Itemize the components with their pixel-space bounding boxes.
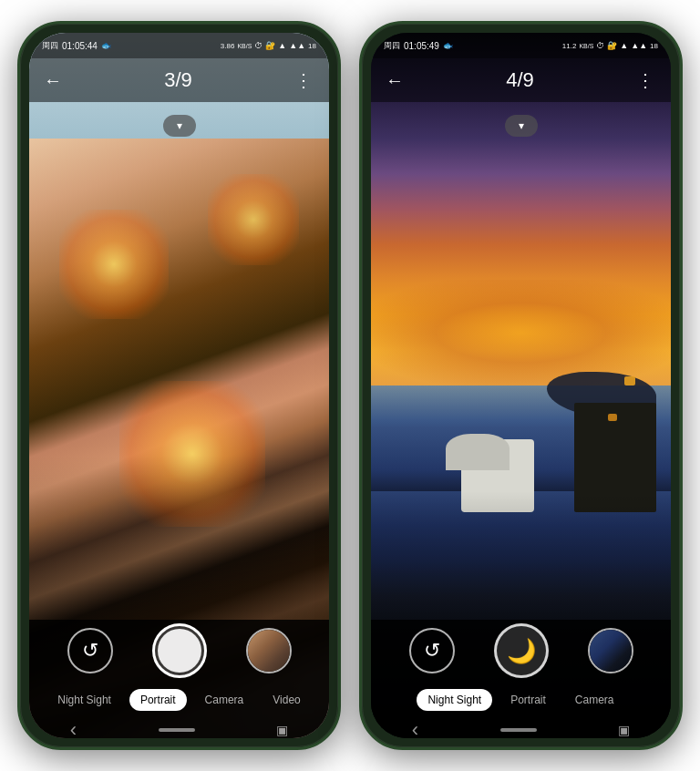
status-bar-2: 周四 01:05:49 🐟 11.2 KB/S ⏱ 🔐 ▲ ▲▲ 18 bbox=[371, 33, 671, 58]
kb-label-1: KB/S bbox=[237, 43, 252, 49]
bottom-controls-2: ↺ 🌙 Night Sight Portrait Camera bbox=[371, 620, 671, 738]
sun-glow bbox=[371, 280, 671, 386]
phone-2-screen: 周四 01:05:49 🐟 11.2 KB/S ⏱ 🔐 ▲ ▲▲ 18 ← 4/… bbox=[371, 33, 671, 738]
nav-recents-1[interactable]: ▣ bbox=[276, 723, 288, 737]
rotate-icon-2: ↺ bbox=[424, 639, 440, 663]
lock-icon-1: 🔐 bbox=[265, 41, 275, 50]
photo-count-1: 3/9 bbox=[164, 68, 192, 92]
dropdown-btn-2[interactable]: ▾ bbox=[505, 115, 538, 137]
more-button-1[interactable]: ⋮ bbox=[294, 69, 314, 91]
top-bar-1: ← 3/9 ⋮ bbox=[29, 58, 329, 102]
thumbnail-button-1[interactable] bbox=[246, 628, 292, 673]
nav-home-2 bbox=[500, 728, 537, 732]
moon-icon: 🌙 bbox=[507, 637, 536, 665]
signal-icon-2: ▲▲ bbox=[631, 41, 647, 50]
mode-night-sight-2[interactable]: Night Sight bbox=[417, 689, 492, 711]
nav-bar-2: ‹ ▣ bbox=[371, 714, 671, 738]
status-time-2: 01:05:49 bbox=[404, 41, 439, 51]
dropdown-arrow-1: ▾ bbox=[177, 119, 182, 132]
camera-controls-1: ↺ bbox=[29, 620, 329, 682]
more-button-2[interactable]: ⋮ bbox=[636, 69, 656, 91]
mode-camera-2[interactable]: Camera bbox=[564, 689, 625, 711]
battery-2: 18 bbox=[650, 42, 658, 50]
window-light-2 bbox=[608, 414, 617, 421]
volume-down-button bbox=[17, 160, 20, 197]
phone-2-body: 周四 01:05:49 🐟 11.2 KB/S ⏱ 🔐 ▲ ▲▲ 18 ← 4/… bbox=[359, 21, 683, 750]
back-button-1[interactable]: ← bbox=[44, 70, 62, 91]
thumbnail-button-2[interactable] bbox=[588, 628, 633, 673]
rotate-camera-button-1[interactable]: ↺ bbox=[67, 628, 113, 673]
dropdown-arrow-2: ▾ bbox=[519, 119, 524, 132]
timer-icon-1: ⏱ bbox=[254, 41, 262, 50]
camera-controls-2: ↺ 🌙 bbox=[371, 620, 671, 682]
mode-row-2: Night Sight Portrait Camera bbox=[371, 682, 671, 714]
nav-back-2[interactable]: ‹ bbox=[412, 718, 418, 738]
phone-1-body: 周四 01:05:44 🐟 3.86 KB/S ⏱ 🔐 ▲ ▲▲ 18 ← 3/… bbox=[17, 21, 341, 750]
signal-icon-1: ▲▲ bbox=[289, 41, 305, 50]
status-right-2: 11.2 KB/S ⏱ 🔐 ▲ ▲▲ 18 bbox=[562, 41, 658, 50]
battery-1: 18 bbox=[308, 42, 316, 50]
nav-back-1[interactable]: ‹ bbox=[70, 718, 77, 738]
rotate-camera-button-2[interactable]: ↺ bbox=[409, 628, 455, 673]
status-left-2: 周四 01:05:49 🐟 bbox=[384, 40, 453, 52]
shutter-button-1[interactable] bbox=[152, 623, 207, 678]
status-emoji-2: 🐟 bbox=[443, 41, 453, 50]
mode-portrait-1[interactable]: Portrait bbox=[129, 689, 187, 711]
status-emoji-1: 🐟 bbox=[101, 41, 111, 50]
data-speed-2: 11.2 bbox=[562, 42, 577, 50]
nav-recents-2[interactable]: ▣ bbox=[618, 723, 630, 737]
dropdown-btn-1[interactable]: ▾ bbox=[163, 115, 196, 137]
phone-1-screen: 周四 01:05:44 🐟 3.86 KB/S ⏱ 🔐 ▲ ▲▲ 18 ← 3/… bbox=[29, 33, 329, 738]
kb-label-2: KB/S bbox=[579, 43, 593, 49]
status-time-1: 01:05:44 bbox=[62, 41, 98, 51]
mode-row-1: Night Sight Portrait Camera Video bbox=[29, 682, 329, 714]
volume-down-button-2 bbox=[359, 160, 362, 197]
mode-portrait-2[interactable]: Portrait bbox=[499, 689, 557, 711]
nav-bar-1: ‹ ▣ bbox=[29, 714, 329, 738]
nav-home-1 bbox=[159, 728, 195, 732]
back-button-2[interactable]: ← bbox=[386, 70, 404, 91]
status-day-2: 周四 bbox=[384, 40, 400, 52]
mode-video-1[interactable]: Video bbox=[262, 689, 311, 711]
mode-night-sight-1[interactable]: Night Sight bbox=[46, 689, 122, 711]
wifi-icon-1: ▲ bbox=[278, 41, 286, 50]
thumbnail-image-2 bbox=[590, 630, 632, 672]
top-bar-2: ← 4/9 ⋮ bbox=[371, 58, 671, 102]
status-right-1: 3.86 KB/S ⏱ 🔐 ▲ ▲▲ 18 bbox=[221, 41, 316, 50]
status-bar-1: 周四 01:05:44 🐟 3.86 KB/S ⏱ 🔐 ▲ ▲▲ 18 bbox=[29, 33, 329, 58]
sparkler-1 bbox=[59, 210, 169, 319]
volume-up-button bbox=[17, 115, 20, 151]
timer-icon-2: ⏱ bbox=[596, 41, 604, 50]
window-light-1 bbox=[624, 376, 635, 386]
phone-2: 周四 01:05:49 🐟 11.2 KB/S ⏱ 🔐 ▲ ▲▲ 18 ← 4/… bbox=[359, 21, 683, 750]
status-day-1: 周四 bbox=[42, 40, 58, 52]
mode-camera-1[interactable]: Camera bbox=[194, 689, 255, 711]
bottom-controls-1: ↺ Night Sight Portrait Camera Video bbox=[29, 620, 329, 738]
volume-up-button-2 bbox=[359, 115, 362, 151]
thumbnail-image-1 bbox=[248, 630, 290, 672]
rotate-icon-1: ↺ bbox=[82, 639, 98, 663]
lock-icon-2: 🔐 bbox=[607, 41, 617, 50]
shutter-button-2[interactable]: 🌙 bbox=[494, 623, 549, 678]
status-left-1: 周四 01:05:44 🐟 bbox=[42, 40, 111, 52]
power-button-2 bbox=[680, 133, 683, 188]
data-speed-1: 3.86 bbox=[221, 42, 235, 50]
shutter-inner-1 bbox=[158, 629, 201, 673]
phone-1: 周四 01:05:44 🐟 3.86 KB/S ⏱ 🔐 ▲ ▲▲ 18 ← 3/… bbox=[17, 21, 341, 750]
photo-count-2: 4/9 bbox=[506, 68, 534, 92]
wifi-icon-2: ▲ bbox=[620, 41, 628, 50]
dome bbox=[446, 434, 510, 470]
sparkler-2 bbox=[208, 174, 299, 265]
power-button bbox=[338, 133, 341, 188]
